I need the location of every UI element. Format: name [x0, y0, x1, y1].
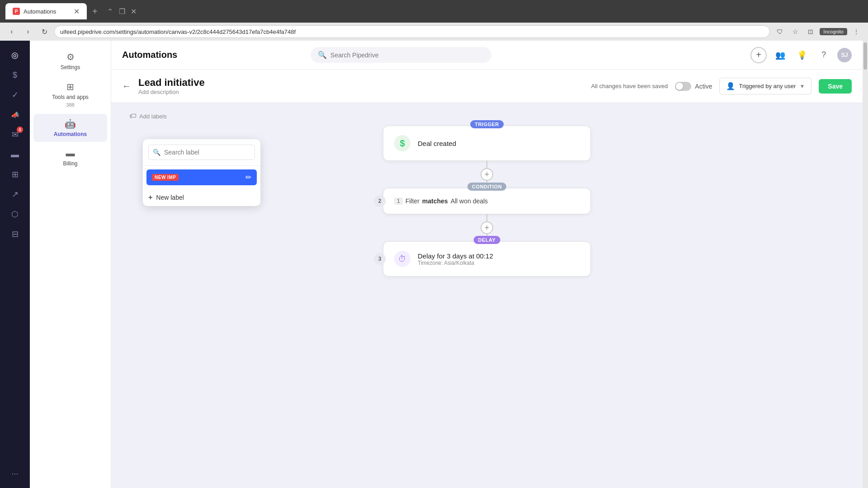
condition-node-inner[interactable]: 1 Filter matches All won deals	[383, 188, 591, 214]
bulb-icon-btn[interactable]: 💡	[794, 47, 810, 63]
sidebar-label-settings: Settings	[61, 64, 80, 70]
condition-row: 1 Filter matches All won deals	[394, 197, 488, 205]
trigger-badge: TRIGGER	[470, 120, 504, 128]
trigger-node-inner[interactable]: $ Deal created	[383, 126, 591, 161]
sidebar-icon-store[interactable]: ⊟	[6, 225, 24, 243]
reload-btn[interactable]: ↻	[38, 25, 51, 38]
browser-controls: ‹ › ↻ uifeed.pipedrive.com/settings/auto…	[0, 23, 868, 41]
canvas-title: Lead initiative	[138, 77, 584, 89]
sidebar-icon-activity[interactable]: ◎	[6, 46, 24, 64]
star-icon[interactable]: ☆	[789, 25, 802, 38]
sidebar-icon-cube[interactable]: ⬡	[6, 205, 24, 223]
delay-node-title: Delay for 3 days at 00:12	[418, 252, 493, 260]
sidebar-item-tools[interactable]: ⊞ Tools and apps 388	[33, 77, 107, 112]
shield-icon[interactable]: 🛡	[774, 25, 786, 38]
minimize-btn[interactable]: ⌃	[105, 6, 116, 17]
sidebar-icon-email[interactable]: ✉ 3	[6, 126, 24, 144]
delay-node: DELAY 3 ⏱ Delay for 3 days at 00:12 Time…	[383, 241, 591, 277]
menu-btn[interactable]: ⋮	[850, 25, 863, 38]
trigger-node-title: Deal created	[418, 140, 456, 147]
delay-node-inner[interactable]: ⏱ Delay for 3 days at 00:12 Timezone: As…	[383, 241, 591, 277]
sidebar-icon-more[interactable]: ···	[6, 465, 24, 483]
sidebar-item-automations[interactable]: 🤖 Automations	[33, 114, 107, 142]
incognito-badge: Incognito	[820, 28, 847, 35]
delay-icon: ⏱	[394, 251, 410, 267]
tools-count: 388	[66, 102, 74, 108]
billing-icon: ▬	[66, 148, 75, 159]
close-btn[interactable]: ✕	[128, 6, 139, 17]
trigger-node: TRIGGER $ Deal created	[383, 126, 591, 161]
tab-title: Automations	[24, 8, 56, 15]
canvas-subtitle[interactable]: Add description	[138, 89, 584, 95]
condition-match: matches	[422, 197, 448, 205]
top-bar: Automations 🔍 + 👥 💡 ? SJ	[111, 41, 863, 70]
canvas-header-right: All changes have been saved Active 👤 Tri…	[591, 78, 852, 94]
add-labels-button[interactable]: 🏷 Add labels	[129, 112, 167, 120]
condition-badge: CONDITION	[467, 183, 506, 191]
label-search-icon: 🔍	[153, 149, 160, 156]
search-bar: 🔍	[311, 47, 491, 63]
tab-favicon: P	[13, 8, 20, 15]
sidebar-icon-graph[interactable]: ↗	[6, 185, 24, 203]
canvas-title-area: Lead initiative Add description	[138, 77, 584, 95]
sidebar-icon-table[interactable]: ⊞	[6, 165, 24, 183]
save-button[interactable]: Save	[819, 79, 852, 94]
sidebar-icon-billing[interactable]: ▬	[6, 145, 24, 164]
labels-area: 🏷 Add labels 🔍 NEW IMP	[129, 112, 167, 120]
sidebar-label-billing: Billing	[63, 160, 77, 167]
sidebar-icon-megaphone[interactable]: 📣	[6, 106, 24, 124]
canvas-header: ← Lead initiative Add description All ch…	[111, 70, 863, 103]
triggered-by-button[interactable]: 👤 Triggered by any user ▼	[719, 78, 811, 94]
secondary-sidebar: ⚙ Settings ⊞ Tools and apps 388 🤖 Automa…	[30, 41, 111, 488]
forward-nav-btn[interactable]: ›	[22, 25, 34, 38]
label-dropdown: 🔍 NEW IMP ✏ + New label	[143, 139, 260, 206]
condition-verb: Filter	[406, 197, 420, 205]
search-input[interactable]	[330, 52, 484, 59]
tab-close-btn[interactable]: ✕	[74, 7, 80, 16]
sidebar-label-tools: Tools and apps	[52, 94, 89, 100]
sidebar-item-settings[interactable]: ⚙ Settings	[33, 47, 107, 75]
add-labels-text: Add labels	[139, 113, 167, 120]
user-icon: 👤	[726, 82, 735, 90]
chevron-down-icon: ▼	[799, 83, 805, 89]
browser-tab[interactable]: P Automations ✕	[5, 3, 87, 19]
address-bar[interactable]: uifeed.pipedrive.com/settings/automation…	[54, 25, 770, 38]
triggered-by-label: Triggered by any user	[739, 83, 796, 89]
active-toggle[interactable]	[675, 82, 691, 91]
label-search-wrapper: 🔍	[148, 145, 255, 160]
back-nav-btn[interactable]: ‹	[5, 25, 18, 38]
main-content: Automations 🔍 + 👥 💡 ? SJ ← Lead	[111, 41, 863, 488]
back-button[interactable]: ←	[122, 81, 131, 91]
label-icon: 🏷	[129, 112, 137, 120]
canvas-content: 🏷 Add labels 🔍 NEW IMP	[111, 103, 863, 488]
edit-label-icon[interactable]: ✏	[245, 173, 251, 182]
add-step-btn-2[interactable]: +	[481, 221, 493, 234]
avatar[interactable]: SJ	[837, 48, 852, 62]
right-scrollbar[interactable]	[863, 41, 868, 488]
sidebar-item-billing[interactable]: ▬ Billing	[33, 144, 107, 171]
existing-label-item[interactable]: NEW IMP ✏	[146, 169, 257, 185]
label-search-input[interactable]	[148, 145, 255, 160]
scrollbar-thumb	[863, 42, 867, 70]
add-button[interactable]: +	[750, 47, 767, 63]
sidebar-icon-dollar[interactable]: $	[6, 66, 24, 84]
new-tab-btn[interactable]: +	[92, 6, 98, 17]
maximize-btn[interactable]: ❐	[117, 6, 127, 17]
help-icon-btn[interactable]: ?	[816, 47, 832, 63]
deal-icon: $	[394, 135, 410, 151]
new-label-option[interactable]: + New label	[143, 189, 260, 206]
sidebar-label-automations: Automations	[54, 131, 87, 137]
delay-node-subtitle: Timezone: Asia/Kolkata	[418, 260, 493, 266]
people-icon-btn[interactable]: 👥	[772, 47, 788, 63]
add-step-btn-1[interactable]: +	[481, 168, 493, 181]
node-number-2: 2	[374, 195, 386, 207]
browser-action-btns: 🛡 ☆ ⊡ Incognito ⋮	[774, 25, 863, 38]
extensions-icon[interactable]: ⊡	[804, 25, 817, 38]
condition-value: All won deals	[451, 197, 488, 205]
new-label-text: New label	[156, 194, 184, 201]
sidebar-icon-check[interactable]: ✓	[6, 86, 24, 104]
window-controls: ⌃ ❐ ✕	[105, 6, 139, 17]
search-icon: 🔍	[318, 51, 327, 59]
new-imp-badge: NEW IMP	[152, 174, 179, 181]
browser-chrome: P Automations ✕ + ⌃ ❐ ✕	[0, 0, 868, 23]
